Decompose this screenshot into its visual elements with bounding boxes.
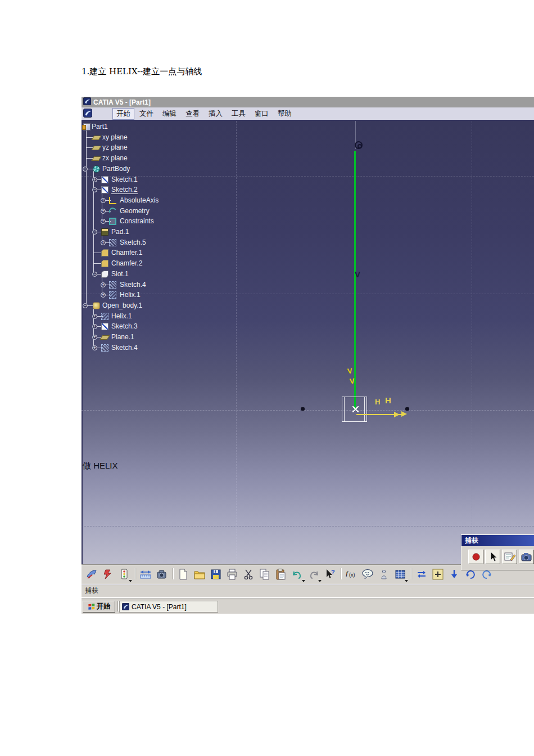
- copy-icon[interactable]: [257, 567, 273, 582]
- record-button[interactable]: [468, 550, 483, 564]
- start-button[interactable]: 开始: [83, 601, 115, 613]
- tree-item-xy-plane[interactable]: xy plane: [82, 133, 216, 142]
- expand-node-icon[interactable]: +: [92, 177, 97, 182]
- expand-node-icon[interactable]: +: [101, 282, 106, 287]
- arrow-down-icon[interactable]: [446, 567, 462, 582]
- tree-item-slot-1[interactable]: −Slot.1: [82, 269, 216, 279]
- collapse-node-icon[interactable]: −: [83, 166, 88, 172]
- tree-item-sketch-3[interactable]: +Sketch.3: [82, 322, 216, 331]
- menu-item-1[interactable]: 开始: [112, 108, 134, 120]
- tree-item-chamfer-1[interactable]: Chamfer.1: [82, 248, 216, 258]
- comment-icon[interactable]: [360, 567, 375, 582]
- collapse-node-icon[interactable]: −: [92, 187, 97, 192]
- expand-node-icon[interactable]: +: [92, 345, 97, 350]
- redo-icon[interactable]: [306, 567, 322, 582]
- tree-item-helix-1[interactable]: +Helix.1: [82, 290, 216, 300]
- print-icon[interactable]: [224, 567, 240, 582]
- tree-item-sketch-5[interactable]: +Sketch.5: [82, 238, 216, 248]
- chamfer-icon: [101, 249, 108, 256]
- menu-item-6[interactable]: 工具: [228, 108, 250, 120]
- new-document-icon[interactable]: [175, 567, 191, 582]
- tree-item-absoluteaxis[interactable]: +AbsoluteAxis: [82, 196, 216, 205]
- sketch-icon: [101, 176, 108, 183]
- expand-node-icon[interactable]: +: [101, 198, 106, 203]
- paste-icon[interactable]: [273, 567, 289, 582]
- dropdown-arrow-icon[interactable]: [318, 580, 322, 582]
- select-cursor-button[interactable]: [485, 550, 500, 564]
- tree-item-zx-plane[interactable]: zx plane: [82, 154, 216, 163]
- expand-node-icon[interactable]: +: [101, 292, 106, 298]
- tree-item-sketch-1[interactable]: +Sketch.1: [82, 175, 216, 184]
- capture-palette-body: [461, 546, 534, 571]
- taskbar-task-catia[interactable]: CATIA V5 - [Part1]: [119, 601, 218, 613]
- tree-item-part1[interactable]: Part1: [82, 122, 216, 132]
- tree-item-partbody[interactable]: −PartBody: [82, 164, 216, 174]
- tree-item-label: AbsoluteAxis: [120, 196, 159, 204]
- tree-item-plane-1[interactable]: +Plane.1: [82, 332, 216, 342]
- tree-item-label: xy plane: [102, 133, 128, 141]
- tree-item-open-body-1[interactable]: −Open_body.1: [82, 301, 216, 310]
- h-axis-arrowhead: [394, 412, 400, 417]
- tree-item-sketch-2[interactable]: −Sketch.2: [82, 185, 216, 195]
- collapse-node-icon[interactable]: −: [92, 272, 97, 277]
- start-label: 开始: [97, 602, 111, 611]
- collapse-node-icon[interactable]: −: [92, 230, 97, 235]
- expand-node-icon[interactable]: +: [101, 219, 106, 224]
- partbody-icon: [93, 165, 100, 173]
- expand-node-icon[interactable]: +: [92, 314, 97, 319]
- origin-point-marker[interactable]: [352, 406, 359, 412]
- tree-item-geometry[interactable]: +Geometry: [82, 206, 216, 216]
- helix-axis-line[interactable]: [354, 151, 356, 410]
- capture-palette[interactable]: 捕获: [461, 534, 534, 570]
- update-icon[interactable]: [100, 567, 116, 582]
- camera-button[interactable]: [519, 550, 534, 564]
- part-icon: [83, 123, 90, 130]
- named-views-icon[interactable]: [116, 567, 132, 582]
- menu-item-4[interactable]: 查看: [182, 108, 203, 120]
- dropdown-arrow-icon[interactable]: [129, 580, 132, 582]
- constraint-point[interactable]: [301, 407, 305, 411]
- menu-item-5[interactable]: 插入: [205, 108, 227, 120]
- grid-line-v: [236, 121, 237, 564]
- v-direction-marker: V: [347, 366, 353, 375]
- constraint-point[interactable]: [405, 407, 409, 411]
- tree-item-constraints[interactable]: +Constraints: [82, 217, 216, 226]
- plus-box-icon[interactable]: [430, 567, 446, 582]
- expand-node-icon[interactable]: +: [101, 209, 106, 214]
- tree-item-sketch-4[interactable]: +Sketch.4: [82, 343, 216, 353]
- collapse-node-icon[interactable]: −: [83, 303, 88, 308]
- exchange-icon[interactable]: [414, 567, 429, 582]
- album-button[interactable]: [502, 550, 517, 564]
- expand-node-icon[interactable]: +: [92, 335, 97, 340]
- tree-item-chamfer-2[interactable]: Chamfer.2: [82, 259, 216, 268]
- expand-node-icon[interactable]: +: [92, 324, 97, 329]
- cut-icon[interactable]: [241, 567, 256, 582]
- dropdown-arrow-icon[interactable]: [302, 580, 305, 582]
- tree-item-helix-1[interactable]: +Helix.1: [82, 312, 216, 321]
- geometry-icon: [108, 206, 117, 216]
- undo-icon[interactable]: [289, 567, 305, 582]
- tree-item-yz-plane[interactable]: yz plane: [82, 143, 216, 152]
- formula-icon[interactable]: f(x): [343, 567, 359, 582]
- 3d-viewport[interactable]: V V V H H 做 HELIX Part1xy planeyz planez…: [82, 121, 534, 564]
- tree-item-pad-1[interactable]: −Pad.1: [82, 227, 216, 237]
- menu-item-3[interactable]: 编辑: [159, 108, 180, 120]
- menu-item-8[interactable]: 帮助: [274, 108, 296, 120]
- check-analysis-icon[interactable]: [376, 567, 392, 582]
- open-folder-icon[interactable]: [192, 567, 207, 582]
- save-icon[interactable]: [208, 567, 224, 582]
- render-camera-icon[interactable]: [154, 567, 170, 582]
- dropdown-arrow-icon[interactable]: [405, 580, 408, 582]
- menu-item-7[interactable]: 窗口: [251, 108, 273, 120]
- measure-icon[interactable]: [138, 567, 153, 582]
- tree-item-sketch-4[interactable]: +Sketch.4: [82, 280, 216, 290]
- menu-item-2[interactable]: 文件: [135, 108, 157, 120]
- axis-end-target-icon[interactable]: [355, 141, 363, 149]
- catia-logo-icon: [122, 603, 129, 610]
- capture-palette-titlebar[interactable]: 捕获: [461, 535, 534, 546]
- expand-node-icon[interactable]: +: [101, 240, 106, 245]
- fly-through-icon[interactable]: [84, 567, 99, 582]
- tree-item-label: Chamfer.2: [111, 259, 142, 267]
- design-table-icon[interactable]: [392, 567, 408, 582]
- what-is-this-icon[interactable]: ?: [322, 567, 338, 582]
